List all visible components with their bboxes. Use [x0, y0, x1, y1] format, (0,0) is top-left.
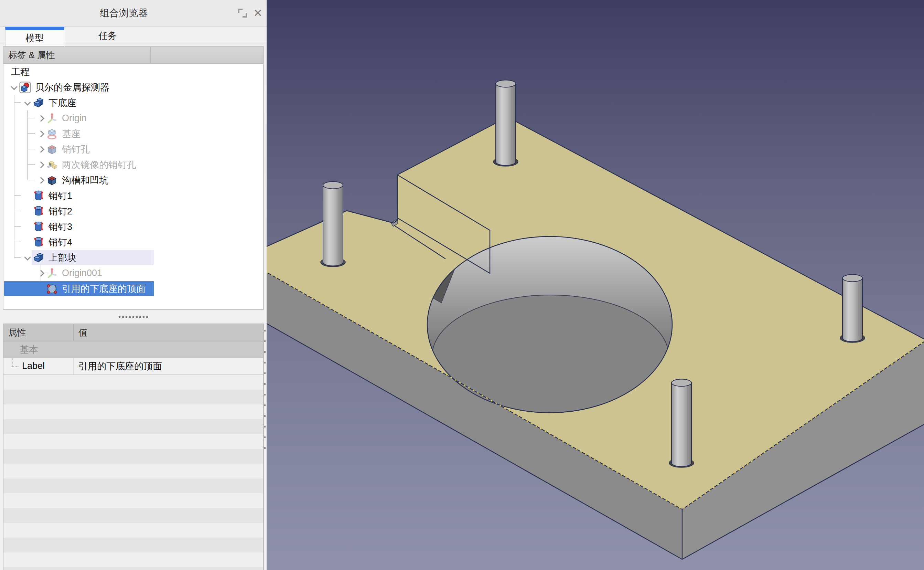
tree-header-label: 标签 & 属性	[3, 49, 150, 61]
panel-title: 组合浏览器	[0, 6, 248, 20]
property-group-label: 基本	[20, 343, 38, 356]
origin-icon	[46, 112, 59, 125]
horizontal-splitter-handle[interactable]	[0, 311, 267, 323]
empty-property-row	[3, 375, 263, 390]
body-icon	[33, 97, 46, 109]
model-tree: 标签 & 属性 工程	[3, 46, 264, 310]
tree-item-label: 沟槽和凹坑	[62, 174, 108, 187]
close-icon[interactable]: ✕	[253, 9, 263, 18]
tab-tasks[interactable]: 任务	[64, 29, 151, 43]
empty-property-row	[3, 419, 263, 434]
float-icon[interactable]	[238, 9, 247, 18]
tab-tasks-label: 任务	[98, 30, 117, 42]
chevron-down-icon[interactable]	[22, 101, 33, 105]
empty-property-row	[3, 538, 263, 552]
pin-icon	[33, 236, 46, 248]
tree-item-pin1[interactable]: 销钉1	[3, 188, 263, 204]
tree-item-label: 销钉1	[49, 190, 72, 202]
property-row-label[interactable]: Label 引用的下底座的顶面	[3, 358, 263, 375]
tree-item-upper-block[interactable]: 上部块	[3, 250, 263, 265]
chevron-right-icon[interactable]	[36, 178, 46, 183]
panel-titlebar[interactable]: 组合浏览器 ✕	[0, 0, 267, 27]
chevron-right-icon[interactable]	[36, 162, 46, 167]
tree-item-project[interactable]: 工程	[3, 64, 263, 80]
chevron-right-icon[interactable]	[36, 147, 46, 152]
mirror-icon	[46, 159, 59, 171]
tree-item-label: 引用的下底座的顶面	[62, 283, 145, 295]
tree-connector	[12, 358, 19, 367]
empty-property-row	[3, 552, 263, 567]
tree-header[interactable]: 标签 & 属性	[3, 47, 263, 64]
tree-item-origin001[interactable]: Origin001	[3, 265, 263, 281]
3d-viewport[interactable]	[267, 0, 924, 570]
tree-item-label: 销钉孔	[62, 143, 90, 156]
empty-property-row	[3, 478, 263, 493]
property-column-header: 属性	[3, 324, 73, 341]
chevron-down-icon[interactable]	[22, 256, 33, 259]
tree-item-label: 销钉3	[49, 221, 72, 233]
tree-item-label: 贝尔的金属探测器	[35, 81, 109, 93]
combo-view-panel: 组合浏览器 ✕ 模型 任务 标签 & 属性	[0, 0, 267, 570]
document-icon	[19, 81, 32, 93]
pin-4[interactable]	[669, 379, 694, 468]
tree-item-label: 两次镜像的销钉孔	[62, 159, 136, 171]
tree-item-pad[interactable]: 基座	[3, 126, 263, 141]
pin-top-face	[843, 275, 863, 282]
panel-tabs: 模型 任务	[0, 27, 267, 43]
empty-property-row	[3, 567, 263, 570]
pin-top-face	[496, 80, 516, 87]
pin-top-face	[672, 379, 692, 386]
tree-item-document[interactable]: 贝尔的金属探测器	[3, 80, 263, 95]
tree-item-grooves[interactable]: 沟槽和凹坑	[3, 172, 263, 188]
pin-icon	[33, 205, 46, 218]
tree-item-label: 销钉4	[49, 236, 72, 248]
chevron-right-icon[interactable]	[36, 116, 46, 121]
pin-3[interactable]	[840, 275, 865, 343]
empty-property-row	[3, 464, 263, 478]
empty-property-rows	[3, 375, 263, 570]
tree-item-mirrored-pin-holes[interactable]: 两次镜像的销钉孔	[3, 157, 263, 172]
tree-item-label: 销钉2	[49, 205, 72, 218]
freecad-window: 组合浏览器 ✕ 模型 任务 标签 & 属性	[0, 0, 924, 570]
tree-item-label: Origin	[62, 113, 87, 124]
property-editor: 属性 值 基本 Label 引用的下底座的顶面	[3, 323, 264, 570]
tree-item-pin2[interactable]: 销钉2	[3, 204, 263, 219]
vertical-splitter-handle[interactable]	[263, 323, 267, 474]
body-icon	[33, 251, 46, 264]
property-group-base[interactable]: 基本	[3, 342, 263, 358]
shapebinder-icon	[46, 283, 59, 295]
empty-property-row	[3, 449, 263, 464]
tree-item-pin-holes[interactable]: 销钉孔	[3, 141, 263, 157]
empty-property-row	[3, 493, 263, 508]
pin-1[interactable]	[493, 80, 518, 167]
pin-top-face	[323, 182, 343, 189]
pin-2[interactable]	[321, 182, 345, 267]
tree-item-pin3[interactable]: 销钉3	[3, 219, 263, 234]
tree-item-label: 下底座	[49, 97, 76, 109]
tree-item-lower-base[interactable]: 下底座	[3, 95, 263, 110]
tree-item-label: 上部块	[49, 251, 76, 264]
tree-item-shapebinder[interactable]: 引用的下底座的顶面	[3, 281, 263, 296]
tree-rows: 工程 贝尔的金属探测器 下底座	[3, 64, 263, 296]
tab-model-label: 模型	[26, 32, 44, 44]
3d-scene[interactable]	[267, 0, 924, 570]
empty-property-row	[3, 405, 263, 419]
tree-item-label: Origin001	[62, 268, 102, 279]
property-value[interactable]: 引用的下底座的顶面	[73, 358, 263, 374]
tree-item-pin4[interactable]: 销钉4	[3, 234, 263, 250]
empty-property-row	[3, 523, 263, 538]
pin-icon	[33, 221, 46, 233]
pocket-icon	[46, 143, 59, 156]
property-header[interactable]: 属性 值	[3, 324, 263, 342]
chevron-right-icon[interactable]	[36, 132, 46, 136]
tree-item-label: 基座	[62, 128, 81, 140]
chevron-right-icon[interactable]	[36, 271, 46, 276]
pin-icon	[33, 190, 46, 202]
pocket-icon	[46, 174, 59, 187]
tab-model[interactable]: 模型	[5, 27, 64, 46]
tree-item-origin[interactable]: Origin	[3, 110, 263, 126]
tree-header-column2	[150, 47, 263, 63]
tree-item-label: 工程	[11, 66, 30, 78]
empty-property-row	[3, 434, 263, 449]
chevron-down-icon[interactable]	[9, 86, 19, 89]
